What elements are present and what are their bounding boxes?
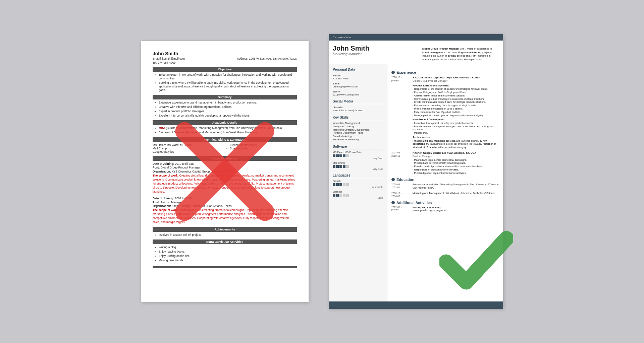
bottom-bar — [153, 266, 297, 268]
list-item: Creative with effective and efficient or… — [159, 105, 297, 109]
skill-dots — [333, 165, 383, 168]
right-resume: Curriculum Vitae John Smith Marketing Ma… — [329, 34, 503, 309]
skills-col2: • French (intermediate) • Spanish (basic… — [226, 143, 297, 153]
exp-company: XYZ Cosmetics Capital Group / San Antoni… — [413, 76, 499, 79]
social-media-title: Social Media — [333, 99, 383, 104]
exp-achievements-title: Achievements: — [413, 136, 499, 139]
languages-title: Languages — [333, 174, 383, 178]
skill-item: • Spanish (basic) — [226, 147, 297, 150]
software-item-1: MS Excel, MS PowerPoint Very Good — [333, 151, 383, 159]
dot — [343, 154, 345, 157]
left-resume: John Smith E-Mail: j.smith@mail.com Addr… — [141, 41, 309, 302]
dot — [339, 165, 342, 168]
skill-item: Mail Chimp — [153, 147, 223, 150]
dot-empty — [343, 194, 345, 197]
www-label: WWW — [333, 90, 383, 93]
lang-item-1: French Intermediate — [333, 180, 383, 188]
skill-item: Innovation Management — [333, 122, 383, 125]
work-entry-2: Date of Joining: 2007 to 2010 Post: Prod… — [153, 197, 297, 224]
list-item: Prepare communication plans to support n… — [413, 125, 499, 132]
dot — [336, 165, 339, 168]
left-phone: Tel: 774-987-4009 — [153, 61, 176, 64]
edu-entry-2: 2000-10 -2004-05 Marketing and Managemen… — [391, 192, 499, 198]
email-label: E-mail — [333, 82, 383, 85]
list-item: Planned and implemented promotional camp… — [413, 158, 499, 162]
act-entry-1: 2012-01 -present Writing and Influencing… — [391, 206, 499, 211]
dot — [336, 194, 339, 197]
list-item: Responsible for the creation of global b… — [413, 87, 499, 91]
list-item: Making new friends. — [159, 259, 297, 262]
exp-sub-title: Product & Brand Management: — [413, 84, 499, 88]
list-item: Enjoy Surfing on the net. — [159, 254, 297, 258]
dot — [336, 154, 339, 157]
work-entry-1: Date of Joining: 2010 to till date Post:… — [153, 162, 297, 194]
skill-item: E-mail Marketing — [333, 135, 383, 138]
dot — [339, 154, 342, 157]
dot — [333, 165, 335, 168]
list-item: Prepare Category and Portfolio Deploymen… — [413, 91, 499, 94]
list-item: Communicate product knowledge to custome… — [413, 97, 499, 101]
list-item: Innovation development - develop new pro… — [413, 122, 499, 125]
exp-date: 2007-09 -2010-11 — [391, 151, 410, 175]
software-name: MS Excel, MS PowerPoint — [333, 151, 383, 154]
exp-sub-title-2: New Product Development: — [413, 118, 499, 122]
edu-body: Marketing and Management / West Miami Un… — [413, 192, 499, 198]
work-scope: The scope of work: Planning and implemen… — [153, 208, 297, 224]
objective-header: Objective — [153, 67, 297, 72]
list-item: Excellent interpersonal skills quickly d… — [159, 114, 297, 118]
right-main: Experience 2010-12 -present XYZ Cosmetic… — [387, 64, 503, 301]
dot — [333, 194, 335, 197]
skill-item: • French (intermediate) — [226, 143, 297, 147]
dot — [343, 165, 345, 168]
exp-bullets-2: Innovation development - develop new pro… — [413, 122, 499, 135]
work-header: Work Experience — [153, 156, 297, 161]
extra-header: Extra Curricular Activities — [153, 239, 297, 244]
dot-empty — [346, 165, 349, 168]
summary-list: Extensive experience in brand management… — [153, 101, 297, 118]
experience-title: Experience — [391, 70, 499, 74]
list-item: Bachelor of Science (Marketing and Manag… — [159, 131, 297, 134]
list-item: Provided product portfolios and competit… — [413, 165, 499, 168]
skill-level: Very Good — [333, 157, 383, 159]
software-name: Mail Chimp — [333, 161, 383, 164]
skill-dots — [333, 183, 383, 186]
additional-title: Additional Activities — [391, 201, 499, 205]
edu-body: Business Administration / Marketing Mana… — [413, 183, 499, 190]
academic-list: MBA (Business Administration, Marketing … — [153, 126, 297, 134]
skill-dots — [333, 194, 383, 197]
skill-item: Google Analytics — [153, 150, 223, 153]
list-item: To be an expert in my area of work, with… — [159, 73, 297, 80]
dot — [333, 154, 335, 157]
left-address: Address: 1905 W East Ave, San Antonio, T… — [237, 57, 297, 60]
work-joining: Date of Joining: 2007 to 2010 — [153, 197, 297, 201]
dot-empty — [339, 194, 342, 197]
objective-list: To be an expert in my area of work, with… — [153, 73, 297, 92]
skills-grid: MS Office: MS Word, MS Excel Mail Chimp … — [153, 143, 297, 153]
www-value: cv.uptowork.com/j.smith — [333, 93, 383, 96]
dot — [336, 183, 339, 186]
skill-dots — [333, 154, 383, 157]
skill-item: Portfolio Deployment Plans — [333, 131, 383, 135]
lang-item-2: Spanish Basic — [333, 190, 383, 199]
edu-date: 2005-09 -2007-05 — [391, 183, 410, 190]
dot — [339, 183, 342, 186]
right-title: Marketing Manager — [333, 52, 369, 56]
linkedin-label: LinkedIn — [333, 106, 383, 109]
lang-level: Basic — [333, 197, 383, 199]
skill-item: Marketing Strategy Development — [333, 128, 383, 132]
lang-name: Spanish — [333, 190, 383, 193]
achievements-header: Achievements — [153, 227, 297, 232]
list-item: Seeking a role, where I will be able to … — [159, 81, 297, 92]
list-item: Manage P&L. — [413, 131, 499, 135]
right-header: John Smith Marketing Manager Global Grou… — [329, 41, 503, 64]
list-item: Prepared product segment performance ana… — [413, 172, 499, 175]
work-post: Post: Product Manager — [153, 201, 297, 205]
dot — [333, 183, 335, 186]
list-item: Responsible for product portfolio foreca… — [413, 168, 499, 172]
left-email: E-Mail: j.smith@mail.com — [153, 57, 185, 60]
right-body: Personal Data Phone 774-987-4009 E-mail … — [329, 64, 503, 301]
list-item: Extensive experience in brand management… — [159, 101, 297, 105]
exp-company: Kitchen Supply Center Ltd / San Antonio,… — [413, 151, 499, 155]
exp-role: Global Group Product Manager — [413, 79, 499, 83]
exp-date: 2010-12 -present — [391, 76, 410, 149]
